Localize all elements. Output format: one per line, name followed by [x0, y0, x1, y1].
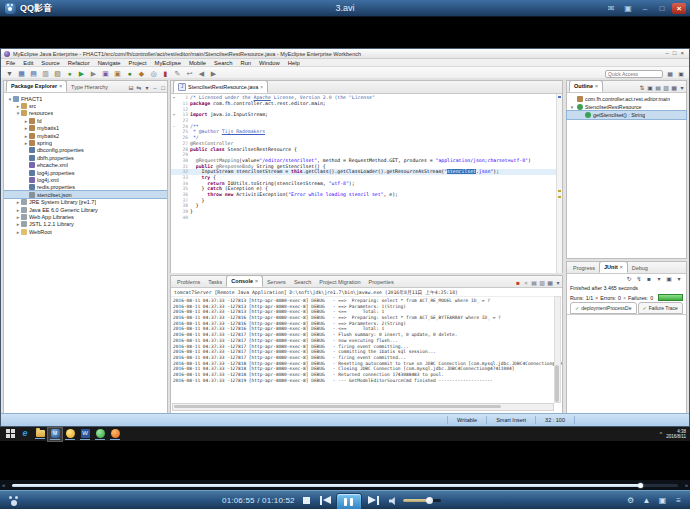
hide-static-members-icon[interactable]: ▤ [654, 84, 662, 92]
jar-icon[interactable]: ◆ [137, 69, 146, 78]
ide-title-bar[interactable]: MyEclipse Java Enterprise - FHACT1/src/c… [1, 49, 689, 59]
tree-item-log4j-properties[interactable]: log4j.properties [4, 169, 167, 176]
feedback-icon[interactable]: ✉ [604, 3, 618, 14]
tree-item-ehcache-xml[interactable]: ehcache.xml [4, 162, 167, 169]
console-tab-properties[interactable]: Properties [365, 277, 398, 287]
overview-ruler[interactable] [556, 94, 562, 273]
hide-non-public-icon[interactable]: ▥ [662, 84, 670, 92]
build-icon[interactable]: ▧ [53, 69, 62, 78]
menu-run[interactable]: Run [240, 60, 251, 66]
new-class-icon[interactable]: ● [125, 69, 134, 78]
menu-refactor[interactable]: Refactor [68, 60, 90, 66]
view-tab-junit[interactable]: JUnit× [599, 261, 628, 273]
maximize-icon[interactable]: □ [159, 84, 167, 92]
tree-item-stencilset-json[interactable]: stencilset.json [4, 191, 167, 198]
menu-project[interactable]: Project [129, 60, 147, 66]
console-tab-problems[interactable]: Problems [173, 277, 204, 287]
tree-item-src[interactable]: ▸src [4, 102, 167, 109]
volume-slider[interactable] [403, 499, 441, 502]
console-vertical-scrollbar[interactable] [554, 296, 561, 403]
volume-icon[interactable] [389, 497, 398, 505]
tree-item-fhact1[interactable]: ▾FHACT1 [4, 95, 167, 102]
code-line[interactable]: 40 [171, 214, 562, 220]
terminate-icon[interactable]: ■ [514, 279, 522, 287]
tray-expand-icon[interactable]: ^ [659, 431, 662, 437]
browser-360-icon[interactable] [93, 428, 107, 441]
close-icon[interactable]: × [59, 83, 62, 89]
console-horizontal-scrollbar[interactable] [172, 403, 554, 411]
console-tab-tasks[interactable]: Tasks [204, 277, 226, 287]
show-failures-only-icon[interactable]: ▣ [665, 275, 673, 283]
menu-file[interactable]: File [6, 60, 15, 66]
tree-item-redis-properties[interactable]: redis.properties [4, 184, 167, 191]
outline-tab[interactable]: Outline × [569, 80, 603, 92]
outline-item-getstencilset-string[interactable]: getStencilset() : String [567, 111, 686, 119]
save-all-icon[interactable]: ▤ [29, 69, 38, 78]
previous-button[interactable] [320, 496, 332, 505]
scroll-lock-icon[interactable]: ▥ [538, 279, 546, 287]
run-icon[interactable]: ▶ [77, 69, 86, 78]
edge-browser-icon[interactable]: e [18, 428, 32, 441]
close-icon[interactable]: × [680, 50, 684, 57]
close-icon[interactable]: × [255, 278, 258, 284]
pe-tab-package-explorer[interactable]: Package Explorer× [6, 80, 67, 92]
tree-item-java-ee-6-0-generic-library[interactable]: ▸Java EE 6.0 Generic Library [4, 206, 167, 213]
console-tab-console[interactable]: Console× [226, 275, 263, 287]
tree-item-spring[interactable]: ▸spring [4, 139, 167, 146]
skin-icon[interactable]: ▣ [621, 3, 635, 14]
tree-item-mybatis2[interactable]: ▸mybatis2 [4, 132, 167, 139]
clear-console-icon[interactable]: ▤ [530, 279, 538, 287]
new-package-icon[interactable]: ▣ [113, 69, 122, 78]
outline-item-com-fh-controller-act-rest-editor-main[interactable]: com.fh.controller.act.rest.editor.main [567, 95, 686, 103]
playlist-icon[interactable]: ≡ [673, 495, 684, 506]
view-tab-progress[interactable]: Progress [569, 263, 599, 273]
settings-wrench-icon[interactable]: ⚙ [625, 495, 636, 506]
player-title-bar[interactable]: QQ影音 3.avi ✉▣–□× [0, 0, 690, 17]
stop-test-icon[interactable]: ■ [645, 275, 653, 283]
minimize-icon[interactable]: – [666, 50, 669, 57]
link-with-editor-icon[interactable]: ⇆ [135, 84, 143, 92]
quick-access-input[interactable] [605, 70, 663, 78]
hide-fields-icon[interactable]: ▣ [646, 84, 654, 92]
qq-player-icon[interactable] [63, 428, 77, 441]
junit-subtab-deploymentprocessde[interactable]: ✓deploymentProcessDe [570, 302, 637, 314]
seek-bar[interactable] [12, 484, 678, 487]
menu-navigate[interactable]: Navigate [98, 60, 121, 66]
firefox-icon[interactable] [108, 428, 122, 441]
stop-button[interactable] [303, 497, 310, 504]
menu-source[interactable]: Source [41, 60, 59, 66]
close-icon[interactable]: × [620, 264, 623, 270]
minimize-icon[interactable]: – [638, 3, 652, 14]
view-tab-debug[interactable]: Debug [628, 263, 652, 273]
console-tab-servers[interactable]: Servers [263, 277, 290, 287]
maximize-icon[interactable]: □ [655, 3, 669, 14]
code-line[interactable]: 30 @RequestMapping(value="/editor/stenci… [171, 158, 562, 164]
qq-paw-menu-icon[interactable] [8, 495, 20, 507]
close-icon[interactable]: × [595, 83, 598, 89]
hide-local-types-icon[interactable]: ▦ [670, 84, 678, 92]
print-icon[interactable]: ▥ [41, 69, 50, 78]
maximize-icon[interactable]: □ [673, 50, 677, 57]
junit-results-area[interactable] [567, 314, 686, 415]
screenshot-icon[interactable]: ▣ [657, 495, 668, 506]
tree-item-mybatis1[interactable]: ▸mybatis1 [4, 125, 167, 132]
console-tab-search[interactable]: Search [290, 277, 315, 287]
display-console-menu-icon[interactable]: ▾ [554, 279, 562, 287]
menu-search[interactable]: Search [214, 60, 232, 66]
test-history-icon[interactable]: ▾ [655, 275, 663, 283]
next-button[interactable] [367, 496, 379, 505]
rerun-test-icon[interactable]: ↻ [625, 275, 633, 283]
open-perspective-icon[interactable]: ▣ [677, 70, 685, 78]
collapse-icon[interactable]: ▾ [569, 104, 575, 110]
eject-open-file-icon[interactable]: ▲ [641, 495, 652, 506]
minimize-icon[interactable]: – [151, 84, 159, 92]
last-edit-icon[interactable]: ↩ [185, 69, 194, 78]
pause-button[interactable] [336, 493, 362, 509]
taskbar-clock[interactable]: 4:38 2016/8/11 [666, 429, 686, 439]
tree-item-jstl-1-2-1-library[interactable]: ▸JSTL 1.2.1 Library [4, 221, 167, 228]
tree-item-dbfh-properties[interactable]: dbfh.properties [4, 154, 167, 161]
seek-thumb[interactable] [638, 483, 643, 488]
tree-item-log4j-xml[interactable]: log4j.xml [4, 176, 167, 183]
office-word-icon[interactable]: W [78, 428, 92, 441]
external-tools-icon[interactable]: ▶ [89, 69, 98, 78]
